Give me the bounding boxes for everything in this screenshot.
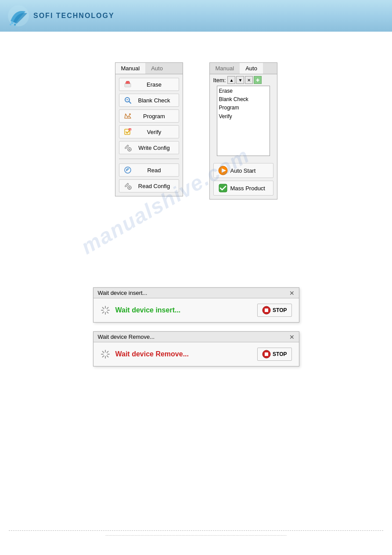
dialog-insert-message: Wait device insert... — [115, 306, 252, 314]
blank-check-label: Blank Check — [134, 97, 174, 104]
verify-label: Verify — [134, 129, 174, 135]
svg-rect-37 — [265, 308, 268, 312]
read-config-button[interactable]: Read Config — [119, 179, 179, 192]
dialog-remove-close[interactable]: ✕ — [289, 334, 295, 340]
auto-panel-tabs: Manual Auto — [210, 63, 277, 74]
dialog-insert-title: Wait device insert... — [98, 290, 147, 296]
footer-dashes: ----------------------------------------… — [9, 530, 383, 537]
logo-container: SOFI TECHNOLOGY — [7, 4, 115, 27]
write-config-icon — [124, 144, 132, 152]
blank-check-button[interactable]: Blank Check — [119, 94, 179, 107]
main-content: manualshive.com Manual Auto Erase — [0, 32, 392, 384]
svg-rect-4 — [125, 83, 131, 87]
erase-label: Erase — [134, 81, 174, 88]
dialog-remove-stop[interactable]: STOP — [257, 348, 291, 361]
svg-point-3 — [10, 24, 11, 25]
dialog-remove: Wait device Remove... ✕ — [93, 331, 299, 366]
item-row: Item: ▲ ▼ ✕ ✚ — [210, 74, 277, 86]
dialog-remove-message: Wait device Remove... — [115, 350, 252, 358]
blank-check-icon — [124, 96, 132, 104]
dialog-insert-titlebar: Wait device insert... ✕ — [94, 288, 299, 298]
svg-rect-47 — [265, 352, 268, 356]
dialog-insert-spinner — [101, 305, 110, 315]
item-controls: ▲ ▼ ✕ ✚ — [227, 76, 262, 84]
separator — [119, 159, 179, 159]
item-list: Erase Blank Check Program Verify — [217, 86, 270, 156]
auto-bottom-btns: Auto Start Mass Product — [210, 160, 277, 199]
erase-icon — [124, 80, 132, 88]
svg-point-2 — [14, 24, 16, 26]
stop-icon-1 — [262, 306, 271, 315]
read-icon — [124, 166, 132, 174]
mass-product-button[interactable]: Mass Product — [213, 181, 273, 196]
stop-label-2: STOP — [273, 351, 287, 357]
list-item-verify: Verify — [219, 112, 268, 121]
verify-button[interactable]: Verify — [119, 125, 179, 138]
auto-start-button[interactable]: Auto Start — [213, 163, 273, 178]
item-label: Item: — [213, 77, 226, 83]
svg-line-32 — [102, 308, 104, 309]
logo-text: SOFI TECHNOLOGY — [33, 12, 115, 20]
verify-icon — [124, 128, 132, 136]
panels-row: Manual Auto Erase — [115, 62, 277, 200]
svg-line-33 — [107, 312, 108, 313]
svg-line-44 — [107, 352, 108, 353]
auto-panel: Manual Auto Item: ▲ ▼ ✕ ✚ Erase Blank Ch… — [209, 62, 277, 200]
svg-line-7 — [129, 102, 131, 103]
svg-point-13 — [129, 149, 130, 150]
program-icon — [124, 112, 132, 120]
item-delete-btn[interactable]: ✕ — [245, 76, 253, 84]
item-add-btn[interactable]: ✚ — [254, 76, 262, 84]
manual-panel: Manual Auto Erase — [115, 62, 183, 196]
manual-panel-tabs: Manual Auto — [115, 63, 183, 74]
stop-icon-2 — [262, 350, 271, 359]
auto-start-icon — [218, 166, 228, 175]
list-item-erase: Erase — [219, 87, 268, 95]
write-config-button[interactable]: Write Config — [119, 141, 179, 154]
dialog-insert: Wait device insert... ✕ — [93, 287, 299, 323]
dialog-remove-body: Wait device Remove... STOP — [94, 342, 299, 366]
mass-product-icon — [218, 183, 228, 193]
svg-point-20 — [129, 187, 130, 189]
list-item-blank: Blank Check — [219, 95, 268, 104]
read-config-label: Read Config — [134, 183, 174, 189]
dialog-remove-title: Wait device Remove... — [98, 334, 155, 340]
manual-tab-auto[interactable]: Auto — [145, 63, 169, 74]
item-up-btn[interactable]: ▲ — [227, 76, 235, 84]
svg-line-34 — [107, 308, 108, 309]
stop-label-1: STOP — [273, 307, 287, 313]
dialog-insert-close[interactable]: ✕ — [289, 290, 295, 296]
svg-line-35 — [102, 312, 104, 313]
svg-line-45 — [102, 356, 104, 357]
read-button[interactable]: Read — [119, 163, 179, 177]
program-label: Program — [134, 113, 174, 120]
read-config-icon — [124, 182, 132, 190]
erase-button[interactable]: Erase — [119, 78, 179, 91]
read-label: Read — [134, 167, 174, 174]
svg-line-43 — [107, 356, 108, 357]
program-button[interactable]: Program — [119, 109, 179, 123]
header: SOFI TECHNOLOGY — [0, 0, 392, 32]
manual-buttons-group: Erase Blank Check — [115, 74, 183, 196]
dialog-remove-titlebar: Wait device Remove... ✕ — [94, 332, 299, 342]
auto-tab-auto[interactable]: Auto — [240, 63, 263, 74]
item-down-btn[interactable]: ▼ — [236, 76, 244, 84]
mass-product-label: Mass Product — [230, 185, 265, 192]
logo-icon — [7, 4, 30, 27]
manual-tab-manual[interactable]: Manual — [115, 63, 146, 74]
dialog-remove-spinner — [101, 349, 110, 359]
dialogs-section: Wait device insert... ✕ — [93, 287, 299, 366]
dialog-insert-body: Wait device insert... STOP — [94, 298, 299, 322]
svg-point-9 — [129, 113, 131, 115]
svg-point-1 — [11, 22, 14, 24]
auto-start-label: Auto Start — [230, 167, 256, 174]
write-config-label: Write Config — [134, 145, 174, 151]
dialog-insert-stop[interactable]: STOP — [257, 304, 291, 317]
auto-tab-manual[interactable]: Manual — [210, 63, 240, 74]
svg-line-42 — [102, 352, 104, 353]
list-item-program: Program — [219, 104, 268, 112]
